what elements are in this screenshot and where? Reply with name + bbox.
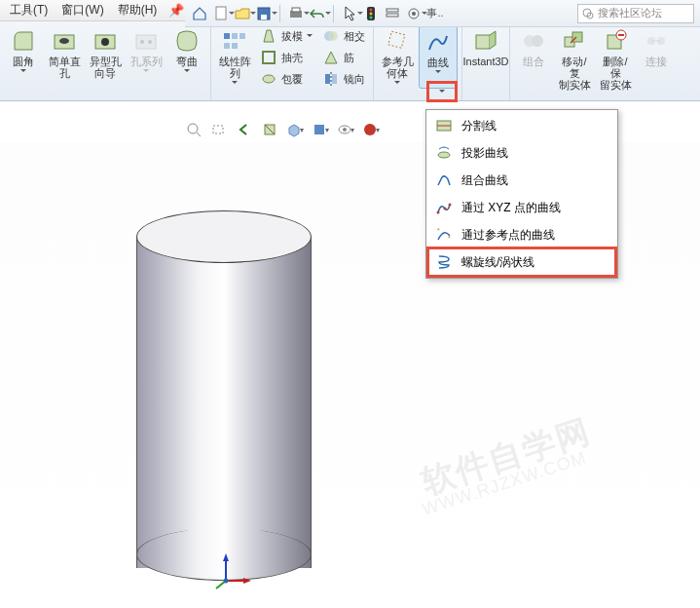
svg-rect-24 bbox=[239, 33, 245, 39]
svg-point-46 bbox=[188, 124, 198, 133]
search-placeholder: 搜索社区论坛 bbox=[598, 6, 662, 20]
bubble-icon bbox=[582, 8, 594, 19]
open-icon[interactable] bbox=[234, 5, 251, 22]
xyz-curve-icon bbox=[434, 198, 454, 217]
mirror-button[interactable]: 镜向 bbox=[318, 68, 369, 90]
simple-hole-button[interactable]: 简单直 孔 bbox=[45, 25, 84, 81]
combine-button[interactable]: 组合 bbox=[514, 25, 553, 93]
menu-window[interactable]: 窗口(W) bbox=[55, 0, 109, 20]
view-orient-icon[interactable]: ▾ bbox=[286, 121, 304, 138]
svg-rect-2 bbox=[261, 15, 267, 19]
ref-geometry-button[interactable]: 参考几 何体 bbox=[378, 25, 417, 89]
menu-xyz-curve[interactable]: 通过 XYZ 点的曲线 bbox=[428, 194, 615, 221]
home-icon[interactable] bbox=[191, 5, 208, 22]
instant3d-button[interactable]: Instant3D bbox=[466, 25, 505, 69]
curves-button[interactable]: 曲线 bbox=[419, 25, 458, 89]
curves-dropdown-highlight bbox=[426, 81, 458, 102]
svg-rect-26 bbox=[232, 43, 238, 49]
svg-rect-19 bbox=[136, 35, 156, 49]
menu-tools[interactable]: 工具(T) bbox=[4, 0, 54, 20]
select-icon[interactable] bbox=[341, 5, 358, 22]
menu-ref-point-curve[interactable]: ** 通过参考点的曲线 bbox=[428, 221, 615, 248]
svg-marker-56 bbox=[223, 553, 229, 561]
menu-split-line[interactable]: 分割线 bbox=[428, 112, 615, 139]
helix-icon bbox=[434, 252, 454, 272]
composite-curve-icon bbox=[434, 171, 454, 190]
hide-show-icon[interactable]: ▾ bbox=[337, 121, 354, 138]
svg-point-28 bbox=[263, 75, 275, 83]
svg-rect-48 bbox=[213, 126, 223, 133]
options-icon[interactable] bbox=[384, 5, 401, 22]
hole-wizard-button[interactable]: 异型孔 向导 bbox=[86, 25, 125, 81]
svg-rect-27 bbox=[263, 52, 275, 63]
svg-line-47 bbox=[197, 133, 201, 136]
wrap-button[interactable]: 弯曲 bbox=[167, 25, 206, 81]
ref-point-curve-icon: ** bbox=[434, 225, 454, 245]
display-style-icon[interactable]: ▾ bbox=[312, 121, 329, 138]
svg-rect-9 bbox=[387, 9, 398, 12]
svg-rect-25 bbox=[224, 43, 230, 49]
menu-helix-spiral[interactable]: 螺旋线/涡状线 bbox=[428, 248, 615, 276]
svg-rect-32 bbox=[332, 74, 337, 84]
svg-point-37 bbox=[532, 35, 543, 47]
traffic-icon[interactable] bbox=[362, 5, 380, 22]
svg-point-60 bbox=[224, 579, 229, 584]
svg-rect-34 bbox=[388, 31, 405, 48]
split-line-icon bbox=[434, 116, 454, 135]
svg-point-16 bbox=[59, 38, 69, 44]
svg-point-64 bbox=[437, 211, 440, 214]
draft-button[interactable]: 拔模 bbox=[256, 25, 316, 47]
print-icon[interactable] bbox=[287, 5, 305, 22]
undo-icon[interactable] bbox=[309, 5, 326, 22]
projected-curve-icon bbox=[434, 143, 454, 163]
zoom-fit-icon[interactable] bbox=[185, 121, 203, 138]
menu-composite-curve[interactable]: 组合曲线 bbox=[428, 167, 615, 194]
svg-point-7 bbox=[370, 12, 373, 15]
svg-marker-58 bbox=[243, 578, 251, 584]
linear-pattern-button[interactable]: 线性阵 列 bbox=[215, 25, 254, 90]
section-icon[interactable] bbox=[261, 121, 278, 138]
svg-rect-23 bbox=[232, 33, 238, 39]
zoom-area-icon[interactable] bbox=[210, 121, 228, 138]
svg-rect-10 bbox=[387, 14, 398, 17]
ribbon-group-instant3d: Instant3D bbox=[462, 23, 510, 100]
connect-button[interactable]: 连接 bbox=[637, 25, 676, 93]
fillet-button[interactable]: 圆角 bbox=[4, 25, 43, 81]
quick-access-toolbar: 事.. 搜索社区论坛 bbox=[185, 0, 700, 27]
prev-view-icon[interactable] bbox=[236, 121, 253, 138]
menu-help[interactable]: 帮助(H) bbox=[112, 0, 164, 20]
appearance-icon[interactable]: ▾ bbox=[362, 121, 380, 138]
svg-rect-4 bbox=[292, 8, 300, 12]
ribbon-group-pattern: 线性阵 列 拔模 抽壳 包覆 相交 筋 镜向 bbox=[211, 23, 374, 100]
intersect-button[interactable]: 相交 bbox=[318, 25, 369, 47]
svg-rect-51 bbox=[314, 125, 324, 134]
origin-triad-icon bbox=[214, 551, 253, 590]
svg-point-18 bbox=[101, 38, 109, 46]
settings-icon[interactable] bbox=[405, 5, 423, 22]
svg-rect-31 bbox=[325, 74, 330, 84]
hole-series-button[interactable]: 孔系列 bbox=[127, 25, 166, 81]
watermark-sub: WWW.RJZXW.COM bbox=[420, 447, 589, 519]
svg-point-30 bbox=[328, 31, 338, 41]
move-copy-button[interactable]: 移动/复 制实体 bbox=[555, 25, 594, 93]
svg-rect-0 bbox=[216, 7, 226, 19]
svg-point-20 bbox=[140, 40, 144, 44]
more-icon[interactable]: 事.. bbox=[426, 5, 444, 22]
svg-point-66 bbox=[449, 204, 452, 207]
search-input[interactable]: 搜索社区论坛 bbox=[577, 4, 694, 23]
cylinder-model bbox=[136, 210, 312, 581]
curves-dropdown-menu: 分割线 投影曲线 组合曲线 通过 XYZ 点的曲线 ** 通过参考点的曲线 螺旋… bbox=[425, 109, 618, 279]
delete-keep-button[interactable]: 删除/保 留实体 bbox=[596, 25, 635, 93]
watermark-text: 软件自学网 bbox=[416, 408, 596, 505]
new-icon[interactable] bbox=[212, 5, 230, 22]
wrap2-button[interactable]: 包覆 bbox=[256, 68, 316, 90]
ribbon-group-bodies: 组合 移动/复 制实体 删除/保 留实体 连接 bbox=[510, 23, 680, 100]
svg-text:*: * bbox=[448, 235, 451, 242]
menu-projected-curve[interactable]: 投影曲线 bbox=[428, 139, 615, 167]
rib-button[interactable]: 筋 bbox=[318, 47, 369, 68]
pin-icon[interactable]: 📌 bbox=[168, 3, 184, 18]
svg-point-65 bbox=[444, 208, 447, 210]
save-icon[interactable] bbox=[255, 5, 273, 22]
svg-point-8 bbox=[370, 16, 373, 19]
shell-button[interactable]: 抽壳 bbox=[256, 47, 316, 68]
